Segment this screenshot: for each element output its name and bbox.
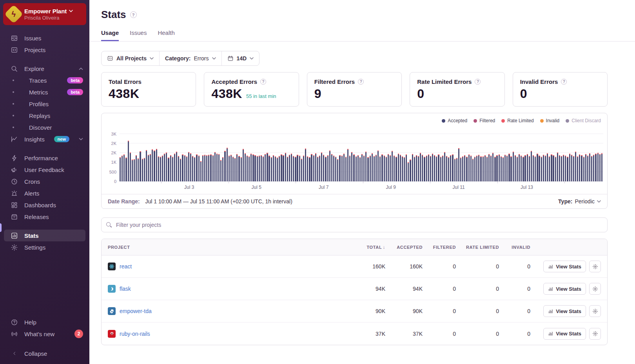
chart-bar-cap — [583, 157, 584, 158]
chart-bar-cap — [384, 156, 385, 156]
column-accepted[interactable]: ACCEPTED — [385, 245, 423, 250]
chart-bar-cap — [480, 156, 481, 157]
chart-bar — [555, 157, 556, 181]
chart-type-selector[interactable]: Type: Periodic — [558, 198, 601, 205]
chart-bar — [134, 159, 135, 181]
legend-item[interactable]: Client Discard — [566, 118, 601, 123]
chart-bar — [224, 151, 225, 181]
sidebar-item-projects[interactable]: Projects — [0, 44, 89, 56]
sidebar-item-traces[interactable]: Traces beta — [0, 74, 89, 86]
chart-bar — [462, 156, 463, 181]
chart-bar — [160, 157, 161, 181]
view-stats-button[interactable]: View Stats — [543, 305, 586, 317]
legend-item[interactable]: Invalid — [540, 118, 560, 123]
sidebar-item-insights[interactable]: Insights new — [0, 133, 89, 145]
chart-bar — [372, 153, 373, 181]
chart-bar — [503, 157, 504, 181]
project-search-input[interactable] — [116, 222, 602, 228]
sidebar-item-stats[interactable]: Stats — [4, 230, 85, 241]
chart-bar-cap — [210, 154, 211, 155]
view-stats-button[interactable]: View Stats — [543, 283, 586, 295]
sidebar-item-replays[interactable]: Replays — [0, 110, 89, 121]
chart-bar-cap — [561, 156, 562, 157]
sidebar-item-profiles[interactable]: Profiles — [0, 98, 89, 110]
legend-item[interactable]: Rate Limited — [501, 118, 533, 123]
chart-bar-cap — [327, 155, 328, 156]
project-link[interactable]: empower-tda — [120, 308, 152, 314]
view-stats-button[interactable]: View Stats — [543, 261, 586, 272]
chart-bar-cap — [200, 161, 201, 162]
project-link[interactable]: ruby-on-rails — [120, 331, 150, 337]
column-project[interactable]: PROJECT — [108, 245, 348, 250]
sidebar-item-releases[interactable]: Releases — [0, 211, 89, 223]
chart-bar — [488, 154, 490, 181]
chart-bar — [275, 156, 276, 181]
chart-bar — [523, 157, 524, 181]
column-filtered[interactable]: FILTERED — [423, 245, 456, 250]
chart-bar — [531, 151, 532, 181]
project-selector[interactable]: All Projects — [102, 51, 159, 65]
chart-bar — [579, 154, 580, 181]
table-header: PROJECT TOTAL↓ ACCEPTED FILTERED RATE LI… — [102, 239, 607, 255]
chart-plot[interactable]: 05001K2K2K3KJul 3Jul 5Jul 7Jul 9Jul 11Ju… — [120, 128, 603, 181]
sidebar-item-help[interactable]: Help — [0, 316, 89, 328]
chart-bar — [317, 157, 318, 181]
help-icon[interactable]: ? — [358, 79, 364, 85]
help-icon[interactable]: ? — [475, 79, 481, 85]
project-link[interactable]: react — [120, 263, 132, 270]
sidebar-item-issues[interactable]: Issues — [0, 32, 89, 44]
sidebar-item-user-feedback[interactable]: User Feedback — [0, 164, 89, 176]
chart-bar — [537, 154, 538, 181]
chart-bar — [396, 157, 397, 181]
sidebar-item-crons[interactable]: Crons — [0, 176, 89, 187]
chart-bar — [245, 153, 246, 181]
sidebar-item-dashboards[interactable]: Dashboards — [0, 199, 89, 211]
category-selector[interactable]: Category: Errors — [159, 51, 221, 65]
legend-item[interactable]: Accepted — [442, 118, 467, 123]
sidebar-item-label: Replays — [29, 112, 50, 119]
column-invalid[interactable]: INVALID — [499, 245, 530, 250]
chart-bar — [367, 157, 368, 181]
sidebar-item-whats-new[interactable]: What's new 2 — [0, 328, 89, 340]
gear-icon — [11, 244, 18, 251]
sidebar-item-performance[interactable]: Performance — [0, 152, 89, 164]
accepted-value: 94K — [385, 286, 423, 292]
chart-bar — [571, 155, 572, 181]
sidebar-item-settings[interactable]: Settings — [0, 241, 89, 253]
sidebar-item-label: Discover — [29, 124, 52, 131]
project-settings-button[interactable] — [589, 261, 601, 272]
column-rate-limited[interactable]: RATE LIMITED — [456, 245, 499, 250]
tab-usage[interactable]: Usage — [101, 29, 119, 41]
project-settings-button[interactable] — [589, 305, 601, 317]
sidebar-item-metrics[interactable]: Metrics beta — [0, 86, 89, 98]
tab-health[interactable]: Health — [158, 29, 174, 41]
chart-bar — [180, 159, 181, 181]
chart-bar-cap — [154, 150, 155, 151]
column-total[interactable]: TOTAL↓ — [348, 244, 385, 250]
bar-chart-icon — [11, 232, 18, 239]
legend-item[interactable]: Filtered — [474, 118, 495, 123]
chart-bar — [390, 155, 391, 181]
chart-bar — [474, 157, 475, 181]
project-settings-button[interactable] — [589, 283, 601, 295]
date-range-selector[interactable]: 14D — [221, 51, 259, 65]
sidebar-item-discover[interactable]: Discover — [0, 121, 89, 133]
help-icon[interactable]: ? — [260, 79, 266, 85]
page-help-icon[interactable]: ? — [130, 11, 137, 18]
project-link[interactable]: flask — [120, 286, 131, 292]
chart-bar-cap — [249, 156, 250, 157]
sidebar-item-explore[interactable]: Explore — [0, 63, 89, 74]
tab-issues[interactable]: Issues — [130, 29, 147, 41]
chart-bar-cap — [250, 154, 252, 154]
org-switcher[interactable]: ϟ Empower Plant Priscila Oliveira — [3, 3, 86, 25]
sidebar-collapse-button[interactable]: Collapse — [0, 348, 89, 359]
chart-bar-cap — [412, 154, 413, 155]
chart-bar — [539, 156, 540, 181]
sidebar-item-alerts[interactable]: Alerts — [0, 187, 89, 199]
chart-bar-cap — [547, 153, 548, 154]
help-icon[interactable]: ? — [561, 79, 567, 85]
chart-bar-cap — [212, 155, 214, 156]
view-stats-button[interactable]: View Stats — [543, 328, 586, 340]
chart-bar-cap — [227, 148, 228, 148]
project-settings-button[interactable] — [589, 328, 601, 340]
